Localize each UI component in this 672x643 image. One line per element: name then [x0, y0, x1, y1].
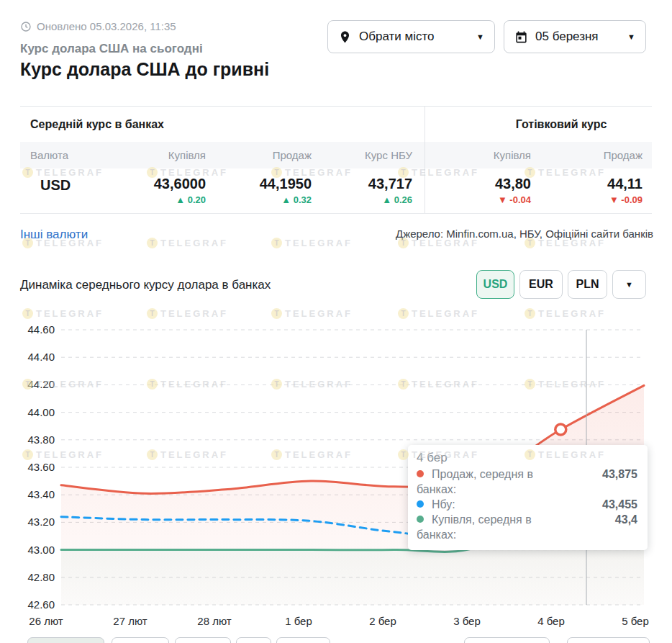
tab-pln[interactable]: PLN: [568, 270, 607, 299]
col-cash-buy: Купівля: [445, 149, 531, 161]
section-cash-rate: Готівковий курс: [468, 118, 655, 131]
y-axis-tick: 43.20: [27, 516, 55, 528]
y-axis-tick: 43.60: [27, 461, 55, 473]
buy-series-dot: [417, 516, 424, 523]
chevron-down-icon: ▼: [625, 280, 633, 289]
cash-buy-change: ▼ -0.04: [423, 194, 531, 205]
tooltip-row-nbu: Нбу: 43,455: [417, 497, 637, 512]
x-axis-tick: 3 бер: [453, 615, 481, 627]
col-cash-sell: Продаж: [556, 149, 643, 161]
period-button-7[interactable]: [567, 637, 650, 643]
tooltip-date: 4 бер: [417, 451, 637, 465]
more-currencies-dropdown[interactable]: ▼: [612, 270, 646, 299]
period-button-3[interactable]: [175, 637, 231, 643]
y-axis-tick: 44.60: [27, 323, 55, 336]
x-axis-tick: 28 лют: [197, 615, 232, 627]
period-button-6[interactable]: [464, 637, 550, 643]
x-axis-tick: 5 бер: [622, 615, 649, 627]
chart-title: Динаміка середнього курсу долара в банка…: [20, 278, 271, 292]
source-note: Джерело: Minfin.com.ua, НБУ, Офіційні са…: [396, 228, 653, 240]
x-axis-tick: 1 бер: [285, 615, 312, 627]
hover-point-marker: [555, 424, 566, 435]
rates-table: Середній курс в банках Готівковий курс В…: [20, 106, 652, 214]
col-currency: Валюта: [30, 149, 68, 161]
table-section-divider: [424, 107, 425, 213]
page-title: Курс долара США до гривні: [20, 59, 269, 80]
y-axis-tick: 42.80: [27, 571, 55, 583]
x-axis-tick: 26 лют: [29, 615, 63, 627]
currency-code[interactable]: USD: [40, 177, 71, 194]
y-axis-tick: 43.40: [27, 488, 55, 500]
rate-dynamics-chart[interactable]: 44.6044.4044.2044.0043.8043.6043.4043.20…: [0, 317, 672, 643]
col-sell: Продаж: [225, 149, 312, 161]
cash-sell-change: ▼ -0.09: [535, 194, 643, 205]
exchange-rate-page: Оновлено 05.03.2026, 11:35 Обрати місто …: [0, 0, 672, 643]
avg-sell-change: ▲ 0.32: [204, 194, 312, 205]
other-currencies-link[interactable]: Інші валюти: [20, 228, 88, 242]
avg-sell-value: 44,1950: [204, 176, 312, 192]
avg-buy-value: 43,6000: [98, 176, 206, 192]
period-button-5[interactable]: [276, 637, 330, 643]
location-pin-icon: [338, 30, 352, 44]
y-axis-tick: 43.80: [27, 433, 55, 446]
telegraf-watermark: TTELEGRAF: [271, 238, 353, 248]
avg-buy-change: ▲ 0.20: [98, 194, 206, 205]
nbu-rate-change: ▲ 0.26: [304, 194, 412, 205]
col-nbu-rate: Курс НБУ: [326, 149, 412, 161]
tooltip-row-buy: Купівля, середня в банках: 43,4: [417, 512, 637, 542]
y-axis-tick: 44.40: [27, 351, 55, 363]
updated-timestamp: Оновлено 05.03.2026, 11:35: [20, 20, 176, 32]
chevron-down-icon: ▼: [627, 32, 635, 41]
period-button-2[interactable]: [112, 637, 169, 643]
y-axis-tick: 44.00: [27, 406, 55, 418]
updated-text: Оновлено 05.03.2026, 11:35: [37, 20, 176, 32]
select-date-label: 05 березня: [535, 30, 599, 44]
section-avg-bank-rate: Середній курс в банках: [30, 118, 164, 131]
y-axis-tick: 42.60: [27, 598, 55, 611]
tooltip-row-sell: Продаж, середня в банках: 43,875: [417, 467, 637, 497]
sell-series-dot: [417, 470, 424, 477]
period-button-4[interactable]: [236, 637, 271, 643]
watermark-text: TELEGRAF: [160, 238, 228, 248]
nbu-series-dot: [417, 500, 424, 508]
col-buy: Купівля: [119, 149, 206, 161]
cash-sell-value: 44,11: [535, 176, 643, 192]
select-date-button[interactable]: 05 березня ▼: [504, 20, 646, 53]
x-axis-tick: 4 бер: [537, 615, 565, 627]
telegraf-logo-icon: T: [271, 238, 282, 248]
clock-icon: [20, 21, 32, 32]
y-axis-tick: 43.00: [27, 544, 55, 556]
calendar-icon: [514, 30, 528, 44]
watermark-text: TELEGRAF: [285, 238, 353, 248]
nbu-rate-value: 43,717: [304, 176, 412, 192]
cash-buy-value: 43,80: [423, 176, 531, 192]
tab-usd[interactable]: USD: [476, 270, 514, 299]
select-city-label: Обрати місто: [359, 30, 435, 44]
y-axis-tick: 44.20: [27, 378, 55, 390]
x-axis-tick: 2 бер: [369, 615, 396, 627]
chart-tooltip: 4 бер Продаж, середня в банках: 43,875 Н…: [408, 445, 648, 550]
telegraf-watermark: TTELEGRAF: [147, 238, 228, 248]
page-subtitle: Курс долара США на сьогодні: [20, 42, 203, 56]
select-city-button[interactable]: Обрати місто ▼: [327, 20, 495, 53]
chevron-down-icon: ▼: [476, 32, 484, 41]
tab-eur[interactable]: EUR: [519, 270, 563, 299]
telegraf-logo-icon: T: [147, 238, 158, 248]
period-button-1[interactable]: [27, 637, 104, 643]
x-axis-tick: 27 лют: [113, 615, 147, 627]
